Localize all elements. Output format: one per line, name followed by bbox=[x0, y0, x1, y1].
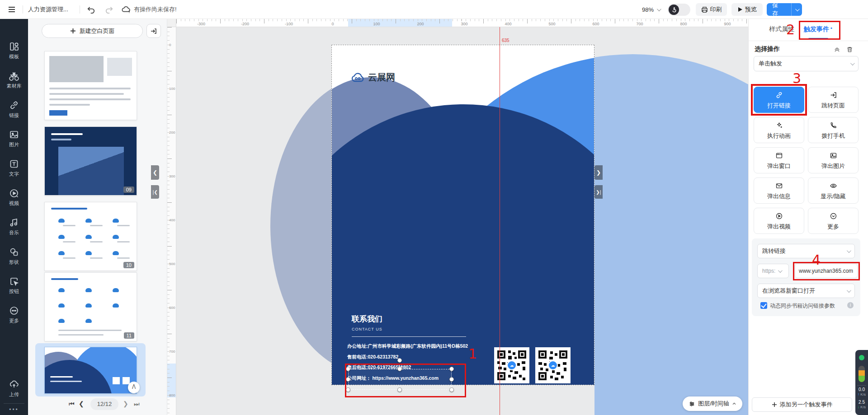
sidebar-item-shapes[interactable]: 形状 bbox=[0, 247, 28, 266]
sidebar-overflow-dots[interactable]: ••• bbox=[0, 406, 28, 413]
vertical-ruler: 0 100 200 300 400 500 600 700 800 bbox=[167, 27, 176, 415]
brand-logo[interactable]: 云展网 bbox=[352, 71, 395, 84]
cloud-logo-icon bbox=[352, 73, 364, 83]
trigger-type-select[interactable]: 单击触发 bbox=[754, 56, 859, 71]
open-mode-select[interactable]: 在浏览器新窗口打开 bbox=[757, 284, 855, 298]
sidebar-item-music[interactable]: 音乐 bbox=[0, 218, 28, 236]
next-page-icon[interactable]: ❯ bbox=[123, 400, 128, 407]
sidebar-item-image[interactable]: 图片 bbox=[0, 130, 28, 148]
sync-params-label: 动态同步书籍访问链接参数 bbox=[770, 302, 835, 310]
thumb-photo bbox=[107, 58, 132, 76]
new-blank-page-button[interactable]: 新建空白页面 bbox=[42, 24, 143, 38]
action-dial-phone[interactable]: 拨打手机 bbox=[808, 117, 859, 143]
annotation-box-3 bbox=[751, 84, 807, 116]
page-thumbnail[interactable]: 10 bbox=[44, 202, 137, 271]
cloud-unsaved-icon bbox=[121, 0, 131, 19]
sidebar-item-link[interactable]: 链接 bbox=[0, 100, 28, 119]
redo-icon[interactable] bbox=[105, 0, 113, 19]
page-number-badge: 09 bbox=[123, 187, 134, 193]
guide-position-label: 635 bbox=[502, 38, 509, 43]
page-thumbnail[interactable] bbox=[44, 51, 137, 120]
layers-timeline-button[interactable]: 图层/时间轴 bbox=[683, 396, 742, 411]
next-page-handle-icon[interactable]: ❯ bbox=[594, 165, 603, 180]
design-canvas[interactable]: 云展网 联系我们 CONTACT US 办公地址:广州市科学城彩频路(广东软件园… bbox=[176, 27, 748, 415]
action-popup-image[interactable]: 弹出图片 bbox=[808, 147, 859, 173]
annotation-box-4 bbox=[793, 262, 860, 280]
first-page-handle-icon[interactable]: |❮ bbox=[151, 185, 159, 199]
sidebar-item-upload[interactable]: 上传 bbox=[0, 379, 28, 398]
prev-page-handle-icon[interactable]: ❮ bbox=[151, 165, 159, 180]
document-title[interactable]: 人力资源管理... bbox=[28, 0, 68, 19]
preview-button[interactable]: 预览 bbox=[731, 3, 763, 16]
annotation-box-1 bbox=[345, 364, 466, 397]
sidebar-item-more[interactable]: 更多 bbox=[0, 306, 28, 324]
link-type-select[interactable]: 跳转链接 bbox=[757, 244, 855, 258]
save-options-chevron-icon[interactable] bbox=[791, 3, 802, 16]
page-counter[interactable]: 12/12 bbox=[90, 398, 118, 410]
monitor-gauge bbox=[859, 366, 865, 382]
touch-mode-toggle[interactable] bbox=[668, 4, 690, 16]
action-popup-window[interactable]: 弹出窗口 bbox=[754, 147, 804, 173]
action-run-animation[interactable]: 执行动画 bbox=[754, 117, 804, 143]
collapse-section-icon[interactable] bbox=[834, 46, 840, 55]
sparkle-icon bbox=[775, 121, 783, 129]
annotation-number-4: 4 bbox=[812, 252, 821, 268]
contact-subtitle[interactable]: CONTACT US bbox=[352, 327, 382, 331]
divider bbox=[4, 403, 24, 404]
sidebar-item-text[interactable]: 文字 bbox=[0, 159, 28, 177]
contact-address[interactable]: 办公地址:广州市科学城彩频路(广东软件园内)11号D栋502 bbox=[347, 343, 468, 350]
page-thumbnail-selected[interactable] bbox=[44, 347, 137, 394]
network-monitor-widget[interactable]: 0.0 ↑ K/s 2.5 ↓ K/s bbox=[855, 350, 868, 415]
guide-line[interactable] bbox=[500, 27, 500, 415]
last-page-handle-icon[interactable]: ❯| bbox=[594, 185, 603, 199]
sidebar-item-video[interactable]: 视频 bbox=[0, 188, 28, 207]
sidebar-item-button[interactable]: 按钮 bbox=[0, 276, 28, 295]
annotation-box-2 bbox=[799, 21, 840, 40]
action-more[interactable]: 更多 bbox=[808, 208, 859, 234]
jump-page-icon bbox=[830, 91, 837, 99]
eye-icon bbox=[830, 182, 837, 190]
action-popup-message[interactable]: 弹出信息 bbox=[754, 177, 804, 204]
qr-code[interactable]: ☁ bbox=[535, 347, 571, 383]
protocol-select[interactable]: https: bbox=[757, 264, 789, 278]
add-trigger-button[interactable]: 添加另一个触发事件 bbox=[752, 397, 852, 412]
contact-title[interactable]: 联系我们 bbox=[352, 314, 382, 324]
sidebar-item-assets[interactable]: 素材库 bbox=[0, 71, 28, 89]
prev-page-icon[interactable]: ❮ bbox=[79, 400, 84, 407]
page-number-badge: 10 bbox=[123, 262, 134, 268]
action-popup-video[interactable]: 弹出视频 bbox=[754, 208, 804, 234]
thumb-accent bbox=[49, 110, 67, 116]
print-button[interactable]: 印刷 bbox=[696, 3, 727, 16]
contact-phone-presale[interactable]: 售前电话:020-62313782 bbox=[347, 354, 398, 360]
horizontal-ruler: -300 -200 -100 0 100 200 300 400 500 600… bbox=[176, 19, 748, 27]
action-show-hide[interactable]: 显示/隐藏 bbox=[808, 177, 859, 204]
tools-sidebar: 模板 素材库 链接 图片 文字 视频 音乐 形状 bbox=[0, 19, 28, 415]
save-button[interactable]: 保存 bbox=[767, 3, 789, 16]
last-page-icon[interactable]: ⏭ bbox=[134, 400, 140, 408]
page-number-badge: 11 bbox=[124, 332, 134, 339]
sidebar-item-template[interactable]: 模板 bbox=[0, 42, 28, 60]
delete-trigger-icon[interactable] bbox=[846, 46, 853, 55]
phone-icon bbox=[830, 121, 837, 129]
collapse-thumbnail-chevron-icon[interactable]: ᐱ bbox=[128, 382, 140, 393]
action-jump-page[interactable]: 跳转页面 bbox=[808, 87, 859, 113]
undo-icon[interactable] bbox=[87, 0, 95, 19]
page-artboard[interactable]: 云展网 联系我们 CONTACT US 办公地址:广州市科学城彩频路(广东软件园… bbox=[331, 45, 594, 385]
hamburger-menu-icon[interactable] bbox=[7, 0, 16, 19]
ruler-corner bbox=[167, 19, 176, 27]
selection-handle[interactable] bbox=[397, 358, 402, 363]
divider bbox=[80, 5, 80, 14]
zoom-level[interactable]: 98% bbox=[642, 0, 660, 19]
annotation-number-2: 2 bbox=[786, 22, 795, 37]
page-thumbnail[interactable]: 09 bbox=[44, 126, 137, 196]
divider bbox=[857, 385, 866, 386]
touch-icon bbox=[669, 5, 679, 15]
import-pages-button[interactable] bbox=[146, 24, 161, 38]
first-page-icon[interactable]: ⏮ bbox=[69, 400, 75, 408]
info-icon[interactable]: i bbox=[847, 302, 854, 308]
upload-speed-value: 0.0 bbox=[855, 387, 868, 392]
unsaved-status-text: 有操作尚未保存! bbox=[134, 0, 177, 19]
page-thumbnail[interactable]: 11 bbox=[44, 272, 137, 341]
sync-params-checkbox[interactable] bbox=[760, 302, 767, 309]
save-split-button[interactable]: 保存 bbox=[767, 3, 802, 16]
